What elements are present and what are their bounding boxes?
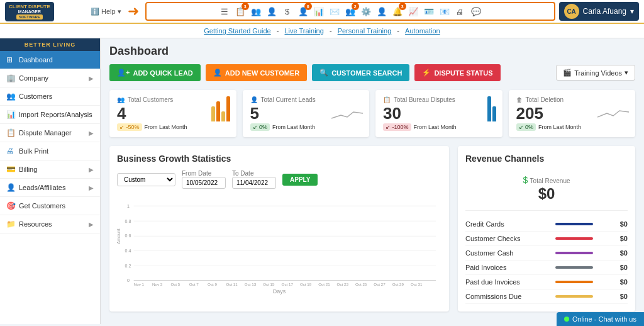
bar1 bbox=[211, 106, 215, 121]
nav-list-icon[interactable]: ☰ bbox=[218, 4, 231, 18]
svg-text:Nov 1: Nov 1 bbox=[134, 282, 145, 286]
logo-text2: MANAGER bbox=[18, 9, 41, 14]
sidebar-label-8: Get Customers bbox=[19, 202, 65, 210]
logo-text3: SOFTWARE bbox=[16, 14, 43, 20]
rev-amount-0: $0 bbox=[620, 220, 628, 228]
revenue-row-1: Customer Checks $0 bbox=[465, 232, 628, 246]
sidebar-label-2: Customers bbox=[19, 93, 52, 100]
bar3 bbox=[221, 111, 225, 121]
leads-line-chart bbox=[331, 99, 363, 123]
training-videos-button[interactable]: 🎬 Training Videos ▾ bbox=[556, 65, 635, 81]
nav-group-icon[interactable]: 👥2 bbox=[343, 4, 357, 18]
svg-text:Oct 23: Oct 23 bbox=[337, 282, 349, 286]
personal-training-link[interactable]: Personal Training bbox=[338, 27, 392, 35]
sidebar-item-leads-affiliates[interactable]: 👤 Leads/Affiliates ▶ bbox=[0, 179, 100, 197]
revenue-total-block: $ Total Revenue $0 bbox=[465, 170, 628, 211]
sidebar-item-bulk-print[interactable]: 🖨 Bulk Print bbox=[0, 142, 100, 160]
to-date-group: To Date bbox=[232, 170, 276, 189]
nav-envelope-icon[interactable]: 📧 bbox=[438, 4, 452, 18]
sidebar: BETTER LIVING ⊞ Dashboard 🏢 Company ▶ 👥 … bbox=[0, 38, 101, 324]
sidebar-brand: BETTER LIVING bbox=[0, 38, 100, 51]
user-menu[interactable]: CA Carla Afuang ▾ bbox=[559, 2, 639, 21]
rev-amount-5: $0 bbox=[620, 293, 628, 300]
help-chevron-icon: ▾ bbox=[118, 8, 121, 16]
disputes-mini-chart bbox=[487, 96, 496, 121]
sidebar-icon-5: 🖨 bbox=[6, 147, 15, 155]
sidebar-icon-3: 📊 bbox=[6, 110, 15, 119]
logo: CLIENT DISPUTE MANAGER SOFTWARE bbox=[5, 2, 54, 21]
to-date-label: To Date bbox=[232, 170, 276, 177]
total-revenue-amount: $0 bbox=[465, 185, 628, 203]
stat-card-disputes: 📋 Total Bureau Disputes 30 ↙ -100% From … bbox=[375, 90, 502, 137]
live-training-link[interactable]: Live Training bbox=[284, 27, 323, 35]
add-quick-lead-button[interactable]: 👤+ ADD QUICK LEAD bbox=[109, 64, 201, 81]
top-navigation: CLIENT DISPUTE MANAGER SOFTWARE ℹ️ Help … bbox=[0, 0, 644, 24]
sidebar-item-import-reports-analysis[interactable]: 📊 Import Reports/Analysis bbox=[0, 106, 100, 124]
online-chat-widget[interactable]: Online - Chat with us bbox=[557, 312, 644, 324]
nav-dollar-icon[interactable]: $ bbox=[280, 4, 294, 18]
nav-person2-icon[interactable]: 👤6 bbox=[296, 4, 310, 18]
bar4 bbox=[226, 96, 230, 121]
apply-button[interactable]: APPLY bbox=[282, 174, 318, 186]
add-new-customer-button[interactable]: 👤 ADD NEW CUSTOMER bbox=[206, 64, 307, 81]
nav-badge-icon1[interactable]: 📋3 bbox=[233, 4, 247, 18]
sidebar-item-company[interactable]: 🏢 Company ▶ bbox=[0, 69, 100, 87]
chart-preset-select[interactable]: Custom Last 7 Days Last 30 Days bbox=[117, 173, 175, 186]
nav-chart2-icon[interactable]: 📈 bbox=[406, 4, 420, 18]
sidebar-item-get-customers[interactable]: 🎯 Get Customers bbox=[0, 197, 100, 215]
logo-text1: CLIENT DISPUTE bbox=[9, 4, 50, 9]
nav-bell-icon[interactable]: 🔔3 bbox=[391, 4, 404, 18]
nav-mail-icon[interactable]: ✉️ bbox=[328, 4, 341, 18]
rev-label-2: Customer Cash bbox=[465, 249, 528, 257]
rev-line-3 bbox=[555, 266, 593, 269]
sidebar-item-billing[interactable]: 💳 Billing ▶ bbox=[0, 160, 100, 179]
to-date-input[interactable] bbox=[232, 177, 276, 189]
svg-text:Oct 27: Oct 27 bbox=[374, 282, 386, 286]
nav-chat-icon[interactable]: 💬 bbox=[469, 4, 483, 18]
sidebar-item-dispute-manager[interactable]: 📋 Dispute Manager ▶ bbox=[0, 124, 100, 142]
nav-user2-icon[interactable]: 👤 bbox=[375, 4, 389, 18]
svg-text:Oct 17: Oct 17 bbox=[282, 282, 294, 286]
svg-text:0.2: 0.2 bbox=[125, 264, 131, 269]
nav-id-icon[interactable]: 🪪 bbox=[422, 4, 436, 18]
video-icon: 🎬 bbox=[563, 69, 572, 77]
automation-link[interactable]: Automation bbox=[405, 27, 440, 35]
svg-text:0.4: 0.4 bbox=[125, 249, 131, 254]
nav-printer-icon[interactable]: 🖨 bbox=[453, 4, 467, 18]
from-date-input[interactable] bbox=[182, 177, 226, 189]
getting-started-link[interactable]: Getting Started Guide bbox=[204, 27, 270, 35]
sidebar-nav: ⊞ Dashboard 🏢 Company ▶ 👥 Customers 📊 Im… bbox=[0, 51, 100, 233]
leads-icon: 👤 bbox=[250, 96, 258, 103]
svg-text:Oct 21: Oct 21 bbox=[318, 282, 330, 286]
rev-line-1 bbox=[555, 237, 593, 240]
revenue-row-4: Past due Invoices $0 bbox=[465, 275, 628, 289]
svg-text:Oct 29: Oct 29 bbox=[392, 282, 404, 286]
online-chat-label: Online - Chat with us bbox=[572, 315, 636, 323]
rev-line-2 bbox=[555, 252, 593, 254]
sidebar-item-customers[interactable]: 👥 Customers bbox=[0, 87, 100, 106]
deletion-icon: 🗑 bbox=[516, 96, 523, 103]
nav-settings-icon[interactable]: ⚙️ bbox=[359, 4, 373, 18]
help-button[interactable]: ℹ️ Help ▾ bbox=[91, 8, 121, 16]
dbar2 bbox=[492, 106, 496, 121]
nav-chart-icon[interactable]: 📊 bbox=[312, 4, 326, 18]
sidebar-label-9: Resources bbox=[19, 220, 52, 228]
sidebar-icon-1: 🏢 bbox=[6, 74, 15, 82]
person-plus-icon: 👤+ bbox=[117, 69, 130, 77]
rev-label-0: Credit Cards bbox=[465, 220, 528, 228]
svg-text:Oct 13: Oct 13 bbox=[245, 282, 257, 286]
online-status-dot bbox=[564, 317, 569, 322]
revenue-section: Revenue Channels $ Total Revenue $0 Cred… bbox=[458, 146, 635, 312]
svg-text:Oct 15: Oct 15 bbox=[263, 282, 275, 286]
dispute-status-button[interactable]: ⚡ DISPUTE STATUS bbox=[414, 64, 500, 81]
nav-people-icon[interactable]: 👥 bbox=[249, 4, 263, 18]
svg-text:1: 1 bbox=[127, 204, 130, 209]
from-date-label: From Date bbox=[182, 170, 226, 177]
sidebar-item-resources[interactable]: 📁 Resources ▶ bbox=[0, 215, 100, 233]
sidebar-label-7: Leads/Affiliates bbox=[19, 184, 65, 191]
customer-search-button[interactable]: 🔍 CUSTOMER SEARCH bbox=[312, 64, 409, 81]
rev-label-5: Commissions Due bbox=[465, 293, 528, 300]
nav-person-icon[interactable]: 👤 bbox=[265, 4, 279, 18]
sidebar-item-dashboard[interactable]: ⊞ Dashboard bbox=[0, 51, 100, 69]
deletion-line-chart bbox=[597, 99, 629, 123]
